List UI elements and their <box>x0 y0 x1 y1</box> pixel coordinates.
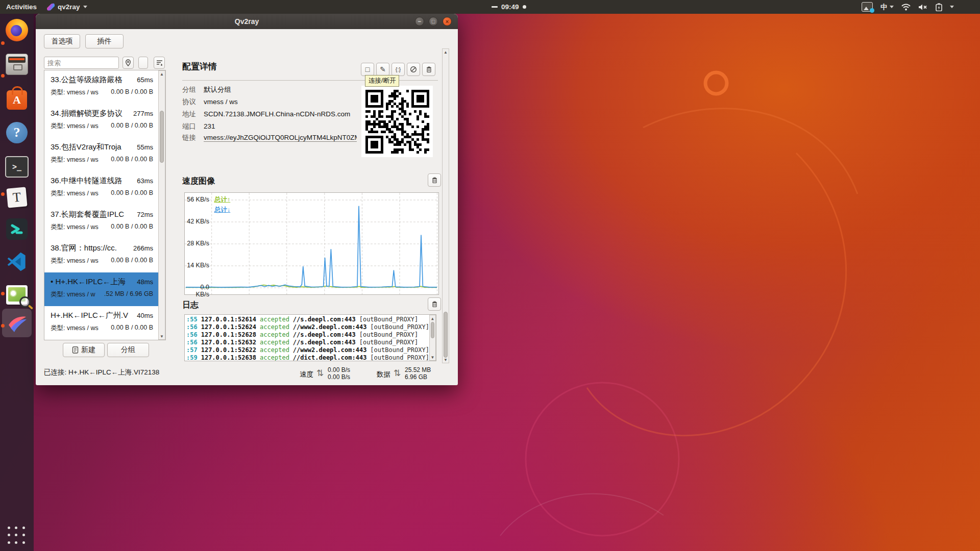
server-list-item[interactable]: 33.公益等级線路嚴格65ms 类型: vmess / ws0.00 B / 0… <box>44 70 165 104</box>
data-label: 数据 <box>377 370 390 379</box>
app-menu-label: qv2ray <box>58 3 80 11</box>
server-list-item[interactable]: 35.包括V2ray和Troja55ms 类型: vmess / ws0.00 … <box>44 138 165 171</box>
connection-status: 已连接: H+.HK←IPLC←上海.VI72138 <box>44 368 159 377</box>
screenshot-tool-icon[interactable] <box>862 2 873 12</box>
log-scrollbar[interactable]: ▲ ▼ <box>429 315 436 361</box>
window-titlebar[interactable]: Qv2ray − □ × <box>36 14 458 29</box>
server-list-item[interactable]: 34.捐赠解锁更多协议277ms 类型: vmess / ws0.00 B / … <box>44 104 165 138</box>
plugins-button[interactable]: 插件 <box>85 34 124 48</box>
dock-item-ubuntu-software[interactable]: A <box>5 86 29 111</box>
chevron-down-icon <box>83 6 87 8</box>
app-menu[interactable]: qv2ray <box>47 3 87 11</box>
connect-disconnect-button[interactable]: □ <box>361 63 374 76</box>
group-button[interactable]: 分组 <box>107 343 149 357</box>
show-applications-button[interactable] <box>8 527 26 545</box>
qv2ray-mini-icon <box>47 3 55 11</box>
running-indicator <box>1 74 5 78</box>
details-separator <box>182 80 438 81</box>
qv2ray-window: Qv2ray − □ × 首选项 插件 33.公益等级線路嚴格65ms <box>36 14 458 385</box>
dock-item-firefox[interactable] <box>5 18 29 42</box>
server-list-item[interactable]: H+.HK←IPLC←广州.V40ms 类型: vmess / ws0.00 B… <box>44 306 165 340</box>
edit-json-button[interactable]: {:} <box>391 63 405 76</box>
edit-config-button[interactable]: ✎ <box>376 63 389 76</box>
maximize-button[interactable]: □ <box>429 17 438 26</box>
clock-area[interactable]: 09:49 <box>492 0 526 14</box>
log-line: :55127.0.0.1:52614accepted//s.deepl.com:… <box>186 316 436 323</box>
scroll-down-arrow-icon[interactable]: ▼ <box>443 357 449 363</box>
log-section-title: 日志 <box>182 300 199 311</box>
wifi-icon[interactable] <box>901 4 911 11</box>
dock-item-qv2ray[interactable] <box>5 311 29 335</box>
legend-total-down[interactable]: 总计↓ <box>214 206 230 214</box>
new-config-button[interactable]: 新建 <box>63 343 105 357</box>
clear-graph-button[interactable] <box>428 173 441 187</box>
sort-icon <box>156 60 163 66</box>
scroll-up-arrow-icon[interactable]: ▲ <box>430 315 435 321</box>
volume-muted-icon[interactable] <box>918 4 928 11</box>
scroll-up-arrow-icon[interactable]: ▲ <box>159 71 165 77</box>
minimize-button[interactable]: − <box>415 17 424 26</box>
search-input[interactable] <box>44 57 119 69</box>
trash-icon <box>431 300 438 308</box>
location-pin-button[interactable] <box>122 57 134 69</box>
server-list-item-selected[interactable]: • H+.HK←IPLC←上海48ms 类型: vmess / w.52 MB … <box>44 272 165 306</box>
scroll-down-arrow-icon[interactable]: ▼ <box>159 333 165 339</box>
server-list-item[interactable]: 37.长期套餐覆盖IPLC72ms 类型: vmess / ws0.00 B /… <box>44 205 165 239</box>
dock-item-teal-terminal[interactable] <box>5 217 29 241</box>
preferences-button[interactable]: 首选项 <box>44 34 80 48</box>
y-tick: 0.0 KB/s <box>186 284 209 298</box>
system-menu-chevron-icon[interactable] <box>950 6 954 8</box>
connect-tooltip: 连接/断开 <box>365 75 399 87</box>
firefox-icon <box>6 19 28 41</box>
input-method-indicator[interactable]: 中 <box>880 3 894 12</box>
trash-icon <box>426 66 432 73</box>
window-scrollbar[interactable]: ▲ ▼ <box>442 48 449 363</box>
close-button[interactable]: × <box>443 17 452 26</box>
activities-button[interactable]: Activities <box>6 3 37 11</box>
json-braces-icon: {:} <box>396 66 401 72</box>
latency-test-button[interactable] <box>407 63 420 76</box>
notification-dot-icon <box>523 5 526 9</box>
battery-charging-icon[interactable] <box>936 3 942 11</box>
dock-item-image-viewer[interactable] <box>5 283 29 307</box>
vscode-icon <box>6 251 28 273</box>
terminal-icon: >_ <box>5 156 29 178</box>
log-output: :55127.0.0.1:52614accepted//s.deepl.com:… <box>184 314 436 361</box>
running-indicator <box>1 324 5 328</box>
server-list-item-clipped[interactable]: H+.HK←IPLC←上海 <box>44 340 165 340</box>
dock-item-terminal[interactable]: >_ <box>5 155 29 179</box>
dock-item-text-editor[interactable]: T <box>5 185 29 210</box>
scroll-up-arrow-icon[interactable]: ▲ <box>443 49 449 55</box>
blank-toggle-button[interactable] <box>138 57 148 69</box>
speed-label: 速度 <box>300 370 313 379</box>
dock-item-file-cabinet[interactable] <box>5 52 29 77</box>
speed-chart: 56 KB/s 42 KB/s 28 KB/s 14 KB/s 0.0 KB/s… <box>184 192 439 295</box>
scrollbar-thumb[interactable] <box>431 322 434 338</box>
updown-arrows-icon: ⇅ <box>316 368 324 379</box>
server-list-item[interactable]: 38.官网：https://cc.266ms 类型: vmess / ws0.0… <box>44 239 165 272</box>
log-line: :57127.0.0.1:52622accepted//www2.deepl.c… <box>186 346 436 354</box>
log-line: :56127.0.0.1:52624accepted//www2.deepl.c… <box>186 323 436 331</box>
updown-arrows-icon: ⇅ <box>394 368 401 379</box>
running-indicator <box>1 192 5 196</box>
dock-item-vscode[interactable] <box>5 249 29 274</box>
clear-log-button[interactable] <box>428 297 441 311</box>
scroll-down-arrow-icon[interactable]: ▼ <box>430 354 435 360</box>
field-share-link[interactable]: 链接vmess://eyJhZGQiOiJTQ0ROLjcyMTM4LkpNT0… <box>182 133 358 142</box>
server-list: 33.公益等级線路嚴格65ms 类型: vmess / ws0.00 B / 0… <box>44 70 166 340</box>
details-title: 配置详情 <box>182 61 217 72</box>
dock-item-help[interactable]: ? <box>5 120 29 145</box>
y-tick: 56 KB/s <box>186 196 209 203</box>
server-list-item[interactable]: 36.中继中转隧道线路63ms 类型: vmess / ws0.00 B / 0… <box>44 171 165 205</box>
circle-slash-icon <box>410 66 417 73</box>
log-line: :56127.0.0.1:52632accepted//s.deepl.com:… <box>186 339 436 346</box>
legend-total-up[interactable]: 总计↑ <box>214 195 230 204</box>
server-list-scrollbar[interactable]: ▲ ▼ <box>158 70 165 340</box>
scrollbar-thumb[interactable] <box>160 111 164 163</box>
speed-values: 0.00 B/s 0.00 B/s <box>328 366 350 381</box>
desktop: Activities qv2ray 09:49 中 <box>0 0 980 551</box>
file-cabinet-icon <box>6 54 28 75</box>
delete-config-button[interactable] <box>422 63 435 76</box>
sort-button[interactable] <box>154 57 165 69</box>
scrollbar-thumb[interactable] <box>444 312 448 358</box>
